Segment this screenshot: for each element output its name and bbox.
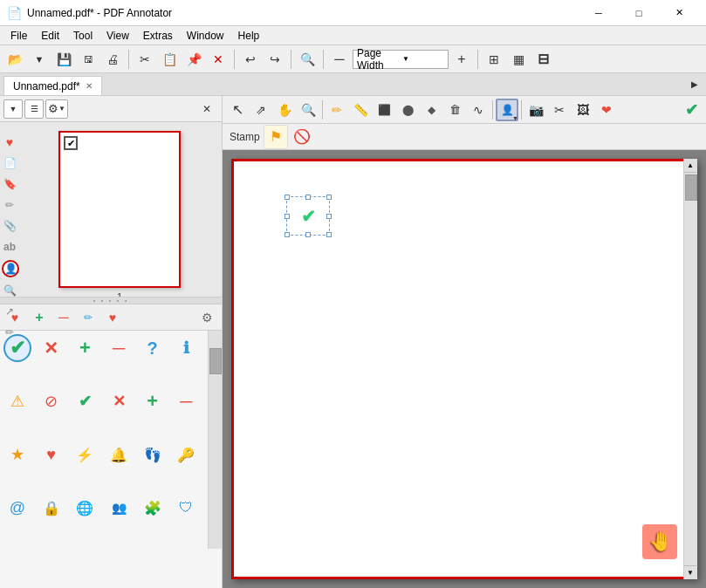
tool-crop[interactable]: ✂ xyxy=(548,99,571,121)
stamp-no[interactable]: ⊘ xyxy=(38,387,65,415)
panel-resize-handle[interactable]: • • • • • xyxy=(0,297,222,304)
close-button[interactable]: ✕ xyxy=(659,0,699,26)
tool-select[interactable]: ⇗ xyxy=(250,99,272,121)
save-button[interactable]: 💾 xyxy=(52,48,75,71)
scroll-down-btn[interactable]: ▼ xyxy=(684,565,696,579)
side-icon-pages[interactable]: 📄 xyxy=(2,155,17,171)
stamp-puzzle[interactable]: 🧩 xyxy=(139,494,167,522)
stamp-selection-box[interactable]: ✔ xyxy=(286,196,330,236)
tab-unnamed-pdf[interactable]: Unnamed.pdf* ✕ xyxy=(3,76,102,95)
panel-add-btn[interactable]: ▼ xyxy=(3,99,23,119)
open-button[interactable]: ▼ xyxy=(28,48,51,71)
scroll-thumb-v[interactable] xyxy=(685,174,697,201)
stamp-at[interactable]: @ xyxy=(3,494,31,522)
stamp-key[interactable]: 🔑 xyxy=(172,441,200,468)
stamp-fav-btn[interactable]: ♥ xyxy=(101,306,124,329)
handle-top-left[interactable] xyxy=(284,195,290,200)
tool-image[interactable]: 🖼 xyxy=(572,99,594,121)
pdf-viewport[interactable]: ✔ ✋ ▲ ▼ xyxy=(223,150,706,588)
print-button[interactable]: 🖨 xyxy=(101,48,124,71)
tool-wave[interactable]: ∿ xyxy=(467,99,490,121)
vertical-scrollbar[interactable]: ▲ ▼ xyxy=(683,159,697,579)
stamp-tool-apply[interactable]: ⚑ xyxy=(264,125,288,149)
side-icon-clip[interactable]: 📎 xyxy=(2,218,17,234)
undo-button[interactable]: ↩ xyxy=(239,48,262,71)
stamp-minus2[interactable]: ─ xyxy=(172,387,200,415)
copy-button[interactable]: 📋 xyxy=(158,48,181,71)
handle-mid-right[interactable] xyxy=(326,214,332,219)
maximize-button[interactable]: □ xyxy=(619,0,659,26)
menu-file[interactable]: File xyxy=(3,26,34,45)
stamp-lightning[interactable]: ⚡ xyxy=(71,441,99,468)
stamp-plus[interactable]: + xyxy=(71,334,99,362)
paste-button[interactable]: 📌 xyxy=(182,48,205,71)
stamp-x2[interactable]: ✕ xyxy=(105,387,133,415)
panel-close-btn[interactable]: ✕ xyxy=(195,98,218,120)
menu-tool[interactable]: Tool xyxy=(66,26,99,45)
handle-bot-right[interactable] xyxy=(326,232,332,237)
tool-eraser[interactable]: 🗑 xyxy=(443,99,466,121)
cut-button[interactable]: ✂ xyxy=(134,48,156,71)
tool-pointer[interactable]: ↖ xyxy=(226,99,249,121)
new-button[interactable]: 📂 xyxy=(3,48,26,71)
menu-extras[interactable]: Extras xyxy=(136,26,180,45)
zoom-out-button[interactable]: ─ xyxy=(328,48,351,71)
handle-top-right[interactable] xyxy=(326,195,332,200)
menu-help[interactable]: Help xyxy=(231,26,267,45)
stamp-minus[interactable]: ─ xyxy=(105,334,133,362)
delete-button[interactable]: ✕ xyxy=(207,48,230,71)
redo-button[interactable]: ↪ xyxy=(264,48,286,71)
save-alt-button[interactable]: 🖫 xyxy=(77,48,99,71)
handle-mid-left[interactable] xyxy=(284,214,290,219)
stamp-warning[interactable]: ⚠ xyxy=(3,387,31,415)
panel-settings-btn[interactable]: ⚙▼ xyxy=(45,99,68,119)
tool-stamp[interactable]: 👤 ▼ xyxy=(496,99,518,121)
page-thumbnail-1[interactable]: ✔ xyxy=(58,131,181,288)
tab-close-button[interactable]: ✕ xyxy=(86,81,93,91)
handle-bot-left[interactable] xyxy=(284,232,290,237)
zoom-in-button[interactable]: + xyxy=(450,48,473,71)
tool-zoom[interactable]: 🔍 xyxy=(297,99,319,121)
side-icon-text[interactable]: ab xyxy=(2,239,17,255)
stamps-scrollbar[interactable] xyxy=(208,331,222,549)
stamp-settings-btn[interactable]: ⚙ xyxy=(195,306,218,329)
tool-camera[interactable]: 📷 xyxy=(524,99,547,121)
stamp-check2[interactable]: ✔ xyxy=(71,387,99,415)
scroll-up-btn[interactable]: ▲ xyxy=(684,159,696,173)
stamp-heart[interactable]: ♥ xyxy=(38,441,65,468)
menu-edit[interactable]: Edit xyxy=(34,26,66,45)
tool-polygon[interactable]: ◆ xyxy=(420,99,442,121)
tool-hand[interactable]: ✋ xyxy=(273,99,296,121)
handle-top-mid[interactable] xyxy=(305,195,311,200)
side-icon-heart[interactable]: ♥ xyxy=(2,134,17,150)
tool-oval[interactable]: ⬤ xyxy=(396,99,419,121)
confirm-button[interactable]: ✔ xyxy=(680,99,703,121)
minimize-button[interactable]: ─ xyxy=(579,0,619,26)
stamp-edit-btn[interactable]: ✏ xyxy=(77,306,99,329)
tab-scroll-right[interactable]: ▶ xyxy=(683,73,706,96)
side-icon-search[interactable]: 🔍 xyxy=(2,283,17,297)
stamp-tool-clear[interactable]: 🚫 xyxy=(291,126,312,147)
tool-heart[interactable]: ❤ xyxy=(595,99,618,121)
stamp-cross[interactable]: ✕ xyxy=(38,334,65,362)
stamp-plus2[interactable]: + xyxy=(139,387,167,415)
menu-view[interactable]: View xyxy=(99,26,136,45)
view-btn-3[interactable]: ⊟ xyxy=(531,48,554,71)
stamp-info[interactable]: ℹ xyxy=(172,334,200,362)
stamp-add-btn[interactable]: + xyxy=(28,306,51,329)
stamp-globe[interactable]: 🌐 xyxy=(71,494,99,522)
tool-pen[interactable]: ✏ xyxy=(326,99,348,121)
tool-rect[interactable]: ⬛ xyxy=(373,99,395,121)
stamp-star[interactable]: ★ xyxy=(3,441,31,468)
stamp-remove-btn[interactable]: ─ xyxy=(52,306,75,329)
stamp-question[interactable]: ? xyxy=(139,334,167,362)
stamp-bell[interactable]: 🔔 xyxy=(105,441,133,468)
stamp-shield[interactable]: 🛡 xyxy=(172,494,200,522)
panel-list-btn[interactable]: ☰ xyxy=(24,99,44,119)
view-btn-1[interactable]: ⊞ xyxy=(483,48,505,71)
side-icon-annot[interactable]: ✏ xyxy=(2,197,17,213)
view-btn-2[interactable]: ▦ xyxy=(507,48,530,71)
stamp-lock[interactable]: 🔒 xyxy=(38,494,65,522)
handle-bot-mid[interactable] xyxy=(305,232,311,237)
stamp-people[interactable]: 👥 xyxy=(105,494,133,522)
